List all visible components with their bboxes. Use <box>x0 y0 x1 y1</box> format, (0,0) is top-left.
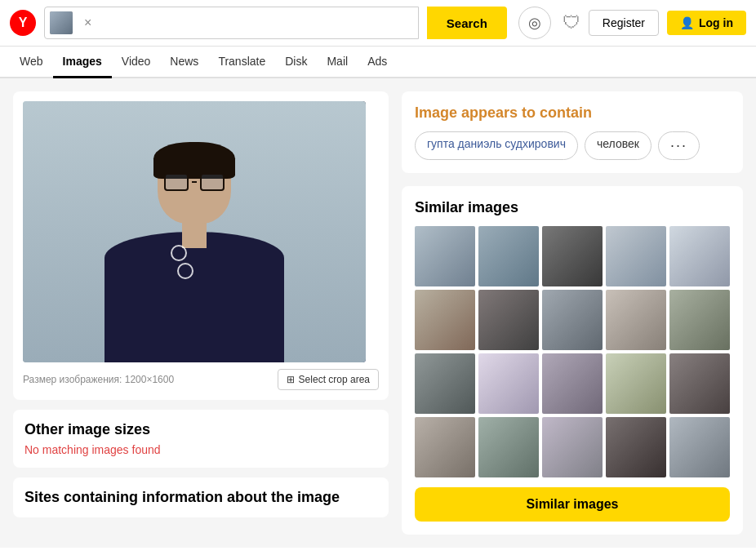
navigation: Web Images Video News Translate Disk Mai… <box>0 47 756 78</box>
similar-images-button[interactable]: Similar images <box>415 487 730 522</box>
similar-image-10[interactable] <box>669 290 730 350</box>
similar-button-row: Similar images <box>415 487 730 522</box>
main-content: Размер изображения: 1200×1600 ⊞ Select c… <box>0 78 756 548</box>
image-size: Размер изображения: 1200×1600 <box>23 374 174 385</box>
sites-title: Sites containing information about the i… <box>24 489 377 506</box>
similar-image-3[interactable] <box>542 226 603 286</box>
glass-frame-right <box>200 173 225 191</box>
left-panel: Размер изображения: 1200×1600 ⊞ Select c… <box>13 91 389 535</box>
similar-image-18[interactable] <box>542 417 603 477</box>
tag-human[interactable]: человек <box>585 131 651 160</box>
nav-item-images[interactable]: Images <box>53 47 112 78</box>
similar-image-9[interactable] <box>606 290 666 350</box>
similar-image-5[interactable] <box>669 226 730 286</box>
right-panel: Image appears to contain гупта даниэль с… <box>402 91 743 535</box>
similar-image-19[interactable] <box>606 417 666 477</box>
similar-section: Similar images <box>402 186 743 535</box>
clear-icon[interactable]: × <box>78 16 98 30</box>
sites-section: Sites containing information about the i… <box>13 477 389 517</box>
similar-image-20[interactable] <box>669 417 730 477</box>
portrait-figure <box>105 118 284 362</box>
login-label: Log in <box>699 16 733 29</box>
similar-image-17[interactable] <box>478 417 539 477</box>
similar-image-13[interactable] <box>542 353 603 414</box>
portrait-head <box>158 142 231 224</box>
image-meta: Размер изображения: 1200×1600 ⊞ Select c… <box>23 369 379 390</box>
search-bar: × <box>44 7 419 39</box>
nav-item-mail[interactable]: Mail <box>317 47 358 78</box>
no-matching-text: No matching images found <box>24 443 377 456</box>
user-icon: 👤 <box>680 16 694 29</box>
tag-more[interactable]: ··· <box>658 131 700 160</box>
similar-image-15[interactable] <box>669 353 730 414</box>
appears-section: Image appears to contain гупта даниэль с… <box>402 91 743 173</box>
image-container: Размер изображения: 1200×1600 ⊞ Select c… <box>13 91 389 400</box>
nav-item-ads[interactable]: Ads <box>358 47 397 78</box>
main-image <box>23 101 366 362</box>
search-button[interactable]: Search <box>427 7 507 39</box>
register-button[interactable]: Register <box>589 10 659 36</box>
portrait-glasses <box>164 173 225 191</box>
thumbnail-image <box>50 11 73 34</box>
similar-images-grid <box>415 226 730 477</box>
nav-item-video[interactable]: Video <box>112 47 161 78</box>
similar-image-16[interactable] <box>415 417 475 477</box>
login-button[interactable]: 👤 Log in <box>667 11 746 35</box>
shield-icon: 🛡 <box>563 12 580 33</box>
nav-item-news[interactable]: News <box>160 47 208 78</box>
appears-title: Image appears to contain <box>415 104 730 122</box>
lens-icon: ◎ <box>528 14 541 32</box>
tags-row: гупта даниэль судхирович человек ··· <box>415 131 730 160</box>
glass-frame-left <box>164 173 189 191</box>
similar-image-12[interactable] <box>478 353 539 414</box>
similar-image-6[interactable] <box>415 290 475 350</box>
select-crop-button[interactable]: ⊞ Select crop area <box>278 369 379 390</box>
similar-image-7[interactable] <box>478 290 539 350</box>
nav-item-web[interactable]: Web <box>10 47 53 78</box>
crop-btn-label: Select crop area <box>299 374 370 385</box>
crop-circle-1[interactable] <box>171 245 187 261</box>
similar-image-11[interactable] <box>415 353 475 414</box>
nav-item-disk[interactable]: Disk <box>275 47 317 78</box>
similar-image-4[interactable] <box>606 226 666 286</box>
header: Y × Search ◎ 🛡 Register 👤 Log in <box>0 0 756 47</box>
similar-image-8[interactable] <box>542 290 603 350</box>
yandex-logo[interactable]: Y <box>10 10 36 36</box>
glass-bridge <box>192 181 197 183</box>
lens-icon-button[interactable]: ◎ <box>518 7 551 39</box>
similar-image-2[interactable] <box>478 226 539 286</box>
search-thumbnail <box>50 11 73 34</box>
other-sizes-section: Other image sizes No matching images fou… <box>13 410 389 468</box>
crop-icon: ⊞ <box>287 374 295 385</box>
portrait-body <box>105 232 284 362</box>
nav-item-translate[interactable]: Translate <box>208 47 275 78</box>
tag-person-name[interactable]: гупта даниэль судхирович <box>415 131 578 160</box>
similar-image-14[interactable] <box>606 353 666 414</box>
similar-image-1[interactable] <box>415 226 475 286</box>
other-sizes-title: Other image sizes <box>24 421 377 438</box>
similar-title: Similar images <box>415 199 730 216</box>
